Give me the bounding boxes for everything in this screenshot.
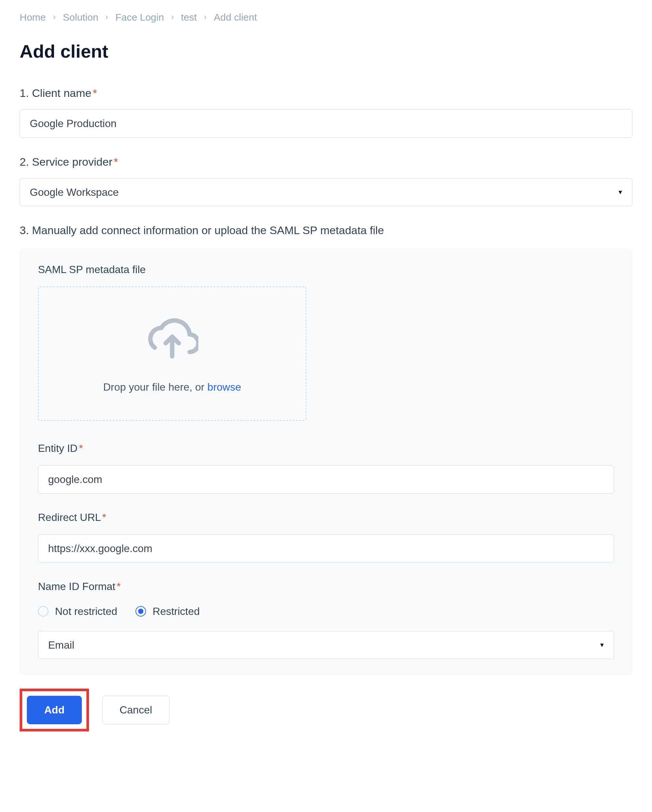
required-icon: * <box>79 442 83 454</box>
redirect-url-input[interactable] <box>38 534 614 563</box>
add-button-highlight: Add <box>20 688 89 731</box>
breadcrumb-home[interactable]: Home <box>20 10 46 24</box>
name-id-format-radios: Not restricted Restricted <box>38 603 614 619</box>
add-button[interactable]: Add <box>27 696 82 724</box>
dropzone-text-prefix: Drop your file here, or <box>103 381 207 393</box>
chevron-right-icon <box>202 14 209 21</box>
section3-panel: SAML SP metadata file Drop your file her… <box>20 249 632 675</box>
metadata-dropzone[interactable]: Drop your file here, or browse <box>38 287 306 421</box>
required-icon: * <box>114 156 118 168</box>
name-id-format-label-text: Name ID Format <box>38 580 115 592</box>
dropzone-browse-link[interactable]: browse <box>207 381 241 393</box>
breadcrumb-face-login[interactable]: Face Login <box>115 10 164 24</box>
cancel-button[interactable]: Cancel <box>102 696 169 724</box>
name-id-format-label: Name ID Format* <box>38 578 614 594</box>
radio-not-restricted[interactable]: Not restricted <box>38 603 117 619</box>
breadcrumb-solution[interactable]: Solution <box>63 10 98 24</box>
entity-id-label-text: Entity ID <box>38 442 78 454</box>
client-name-label-text: 1. Client name <box>20 87 91 99</box>
field-section3: 3. Manually add connect information or u… <box>20 222 632 675</box>
field-name-id-format: Name ID Format* Not restricted Restricte… <box>38 578 614 659</box>
service-provider-label: 2. Service provider* <box>20 154 632 170</box>
entity-id-input[interactable] <box>38 465 614 494</box>
radio-icon-checked <box>136 606 146 617</box>
chevron-right-icon <box>51 14 58 21</box>
required-icon: * <box>117 580 120 592</box>
cloud-upload-icon <box>146 313 198 369</box>
dropzone-text: Drop your file here, or browse <box>103 379 241 395</box>
client-name-label: 1. Client name* <box>20 85 632 102</box>
section3-label: 3. Manually add connect information or u… <box>20 222 632 239</box>
radio-restricted[interactable]: Restricted <box>136 603 200 619</box>
field-client-name: 1. Client name* <box>20 85 632 138</box>
chevron-right-icon <box>169 14 176 21</box>
field-redirect-url: Redirect URL* <box>38 510 614 563</box>
page-title: Add client <box>20 38 632 65</box>
name-id-format-select[interactable]: Email <box>38 631 614 659</box>
radio-not-restricted-label: Not restricted <box>55 603 117 619</box>
required-icon: * <box>93 87 97 99</box>
required-icon: * <box>102 511 106 523</box>
breadcrumb-add-client: Add client <box>214 10 257 24</box>
client-name-input[interactable] <box>20 109 632 138</box>
redirect-url-label-text: Redirect URL <box>38 511 101 523</box>
button-row: Add Cancel <box>20 688 632 731</box>
entity-id-label: Entity ID* <box>38 440 614 456</box>
breadcrumb: Home Solution Face Login test Add client <box>20 10 632 24</box>
breadcrumb-test[interactable]: test <box>181 10 197 24</box>
redirect-url-label: Redirect URL* <box>38 510 614 525</box>
metadata-file-label: SAML SP metadata file <box>38 262 614 277</box>
field-service-provider: 2. Service provider* Google Workspace ▼ <box>20 154 632 206</box>
chevron-right-icon <box>104 14 110 21</box>
service-provider-select[interactable]: Google Workspace <box>20 178 632 206</box>
radio-restricted-label: Restricted <box>152 603 200 619</box>
service-provider-label-text: 2. Service provider <box>20 156 112 168</box>
radio-icon <box>38 606 49 617</box>
field-entity-id: Entity ID* <box>38 440 614 494</box>
